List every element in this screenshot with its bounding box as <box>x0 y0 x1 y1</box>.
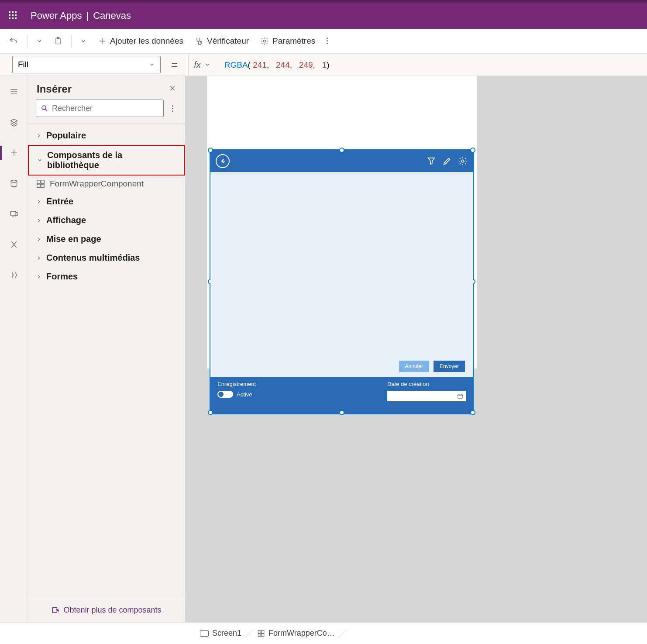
database-icon <box>10 179 18 188</box>
stethoscope-icon <box>195 37 203 45</box>
fx-button[interactable]: fx <box>188 54 216 76</box>
submit-button[interactable]: Envoyer <box>434 361 465 372</box>
chevron-right-icon <box>36 199 42 205</box>
chevron-right-icon <box>36 217 42 224</box>
clipboard-icon <box>54 37 62 45</box>
app-launcher-icon[interactable] <box>9 11 17 20</box>
rail-hamburger[interactable] <box>5 83 23 100</box>
svg-rect-16 <box>258 634 261 636</box>
add-data-button[interactable]: Ajouter les données <box>95 34 186 48</box>
selected-component[interactable]: Annuler Envoyer Enregistrement Activé Da… <box>210 149 474 413</box>
undo-button[interactable] <box>6 34 21 48</box>
category-display[interactable]: Affichage <box>28 211 185 230</box>
tools-icon <box>10 271 18 279</box>
more-commands[interactable] <box>324 36 330 46</box>
cancel-button[interactable]: Annuler <box>399 361 429 372</box>
chevron-down-icon <box>80 38 86 44</box>
date-label: Date de création <box>387 381 466 387</box>
plus-icon <box>98 37 107 45</box>
rail-data[interactable] <box>5 175 23 192</box>
chevron-down-icon <box>149 62 155 68</box>
insert-panel: Insérer Populaire Composants de la bibli… <box>28 76 185 622</box>
undo-icon <box>9 36 18 46</box>
panel-close-button[interactable] <box>169 85 176 94</box>
design-canvas[interactable]: Annuler Envoyer Enregistrement Activé Da… <box>185 76 647 622</box>
edit-icon[interactable] <box>442 156 452 166</box>
filter-icon[interactable] <box>427 156 436 166</box>
property-selector[interactable]: Fill <box>12 56 161 73</box>
screen-icon <box>200 630 209 637</box>
category-popular[interactable]: Populaire <box>28 126 185 145</box>
panel-more-button[interactable] <box>168 105 177 112</box>
svg-rect-10 <box>41 184 44 187</box>
resize-handle[interactable] <box>208 148 213 153</box>
panel-footer: Obtenir plus de composants <box>28 598 185 622</box>
component-formwrapper[interactable]: FormWrapperComponent <box>28 176 185 192</box>
arrow-left-icon <box>219 157 227 165</box>
svg-rect-15 <box>262 630 264 633</box>
component-body: Annuler Envoyer <box>210 172 473 377</box>
search-icon <box>41 104 48 112</box>
resize-handle[interactable] <box>208 410 213 415</box>
property-value: Fill <box>18 60 28 69</box>
svg-point-4 <box>11 180 17 183</box>
media-icon <box>10 210 18 218</box>
svg-rect-5 <box>10 211 16 216</box>
svg-rect-14 <box>258 630 261 633</box>
svg-rect-13 <box>458 394 463 398</box>
component-header <box>210 150 473 172</box>
resize-handle[interactable] <box>339 148 344 153</box>
chevron-right-icon <box>36 255 42 261</box>
rail-variables[interactable] <box>5 236 23 253</box>
undo-dropdown[interactable] <box>34 36 45 46</box>
app-name: Power Apps <box>31 10 82 21</box>
paste-dropdown[interactable] <box>78 36 89 46</box>
component-icon <box>257 630 265 637</box>
paste-button[interactable] <box>51 35 65 47</box>
chevron-right-icon <box>36 274 42 280</box>
breadcrumb-screen[interactable]: Screen1 <box>192 623 249 644</box>
get-more-components-link[interactable]: Obtenir plus de composants <box>51 606 161 615</box>
svg-rect-11 <box>53 607 57 613</box>
chevron-right-icon <box>36 133 42 139</box>
resize-handle[interactable] <box>339 410 344 415</box>
back-button[interactable] <box>216 154 230 168</box>
app-header: Power Apps | Canevas <box>0 0 647 29</box>
breadcrumb-component[interactable]: FormWrapperCo… <box>249 623 343 644</box>
rail-insert[interactable] <box>5 144 23 162</box>
checker-button[interactable]: Vérificateur <box>192 34 251 48</box>
svg-point-6 <box>42 106 46 110</box>
rail-tools[interactable] <box>5 266 23 284</box>
calendar-icon <box>457 393 463 399</box>
gear-icon[interactable] <box>458 156 468 166</box>
left-rail <box>0 76 28 622</box>
rail-media[interactable] <box>5 205 23 223</box>
active-toggle[interactable] <box>217 391 233 398</box>
svg-rect-17 <box>262 634 264 636</box>
checker-label: Vérificateur <box>207 36 249 46</box>
search-input[interactable] <box>52 104 159 113</box>
resize-handle[interactable] <box>470 148 475 153</box>
import-icon <box>51 606 60 615</box>
equals-sign: = <box>161 58 188 72</box>
record-label: Enregistrement <box>217 381 256 387</box>
settings-button[interactable]: Paramètres <box>258 34 318 48</box>
formula-bar: Fill = fx RGBA( 241, 244, 249, 1) <box>0 53 647 76</box>
rail-tree-view[interactable] <box>5 114 23 131</box>
chevron-down-icon <box>37 157 43 163</box>
plus-icon <box>10 148 18 157</box>
resize-handle[interactable] <box>470 410 475 415</box>
category-library-components[interactable]: Composants de la bibliothèque <box>28 145 185 176</box>
category-shapes[interactable]: Formes <box>28 267 185 286</box>
chevron-down-icon <box>204 62 210 68</box>
formula-input[interactable]: RGBA( 241, 244, 249, 1) <box>224 60 330 70</box>
settings-label: Paramètres <box>272 36 315 46</box>
date-input[interactable] <box>387 391 466 401</box>
search-box[interactable] <box>36 100 164 117</box>
command-bar: Ajouter les données Vérificateur Paramèt… <box>0 29 647 53</box>
category-layout[interactable]: Mise en page <box>28 230 185 248</box>
category-media[interactable]: Contenus multimédias <box>28 248 185 267</box>
svg-point-2 <box>200 41 202 42</box>
category-input[interactable]: Entrée <box>28 192 185 211</box>
breadcrumb: Screen1 FormWrapperCo… <box>0 622 647 644</box>
